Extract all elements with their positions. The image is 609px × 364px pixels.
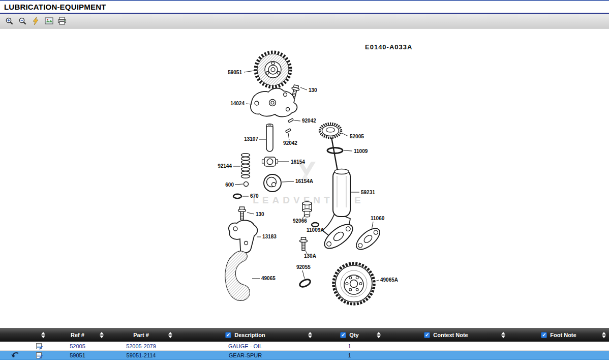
part-oring-11009[interactable] <box>327 148 343 154</box>
leader-line <box>282 181 294 182</box>
description-cell: GAUGE - OIL <box>175 342 315 350</box>
part-number-label[interactable]: 14024 <box>230 101 245 106</box>
header-cell-ref[interactable]: Ref # <box>48 328 107 342</box>
diagram-canvas: LEADVENTURE E0140-A033A <box>0 28 609 328</box>
context-note-checkbox[interactable] <box>424 332 430 338</box>
part-number-label[interactable]: 92042 <box>283 140 297 146</box>
part-number-label[interactable]: 130A <box>304 253 316 259</box>
part-oring-11009A[interactable] <box>312 223 319 227</box>
description-cell: GEAR-SPUR <box>175 351 315 359</box>
print-button[interactable] <box>56 15 68 26</box>
part-seat-16154[interactable] <box>262 157 278 166</box>
edit-part-button[interactable] <box>31 351 48 359</box>
zoom-out-button[interactable] <box>17 15 28 26</box>
part-number-label[interactable]: 13183 <box>262 234 277 239</box>
column-label: Foot Note <box>550 332 576 338</box>
part-number-label[interactable]: 130 <box>309 87 317 93</box>
sort-icon[interactable] <box>501 332 505 338</box>
print-icon <box>57 17 67 25</box>
part-fitting-92066[interactable] <box>302 202 312 217</box>
part-oil-filter-49065A[interactable] <box>333 263 374 304</box>
image-download-button[interactable] <box>43 15 54 26</box>
part-number-label[interactable]: 600 <box>225 182 234 188</box>
part-number-label[interactable]: 59051 <box>228 70 242 75</box>
qty-cell: 1 <box>315 351 384 359</box>
part-number-label[interactable]: 92144 <box>218 163 232 169</box>
part-bracket-13183[interactable] <box>229 220 257 253</box>
part-number-label[interactable]: 52005 <box>350 134 364 139</box>
part-pin-92042-a[interactable] <box>288 118 294 123</box>
sort-icon[interactable] <box>602 332 606 338</box>
toolbar <box>0 14 609 28</box>
header-cell-context-note[interactable]: Context Note <box>384 328 508 342</box>
header-cell-part[interactable]: Part # <box>107 328 175 342</box>
part-number-label[interactable]: 92055 <box>296 264 311 270</box>
part-number-label[interactable]: 11009A <box>307 227 324 233</box>
part-number-label[interactable]: 130 <box>256 211 264 217</box>
part-bracket-14024[interactable] <box>251 88 297 117</box>
part-number-label[interactable]: 59231 <box>361 190 375 195</box>
leader-line <box>344 150 352 151</box>
part-number-label[interactable]: 92042 <box>302 118 316 124</box>
table-row[interactable]: 52005 52005-2079 GAUGE - OIL 1 <box>0 342 609 351</box>
part-rotor-16154A[interactable] <box>264 174 281 192</box>
row-action-cell <box>0 342 31 350</box>
part-number-label[interactable]: 11009 <box>354 148 368 154</box>
header-cell-edit[interactable] <box>31 328 48 342</box>
part-gasket-11060[interactable] <box>353 225 383 253</box>
sort-icon[interactable] <box>377 332 381 338</box>
header-cell-foot-note[interactable]: Foot Note <box>508 328 609 342</box>
sort-icon[interactable] <box>100 332 104 338</box>
qty-checkbox[interactable] <box>340 332 346 338</box>
flash-button[interactable] <box>30 15 41 26</box>
leader-line <box>342 133 348 136</box>
part-gear-59051[interactable] <box>256 52 290 87</box>
sort-icon[interactable] <box>41 332 45 338</box>
part-number-label[interactable]: 16154A <box>295 178 313 184</box>
sort-icon[interactable] <box>308 332 312 338</box>
part-pin-92042-b[interactable] <box>286 129 291 133</box>
column-label: Part # <box>133 332 149 338</box>
ref-cell: 52005 <box>48 342 107 350</box>
column-label: Context Note <box>433 332 468 338</box>
sort-icon[interactable] <box>168 332 172 338</box>
part-oil-pipe-59231[interactable] <box>321 169 356 253</box>
column-label: Ref # <box>71 332 84 338</box>
edit-part-icon <box>36 352 43 359</box>
parts-diagram: LEADVENTURE E0140-A033A <box>0 28 609 328</box>
description-checkbox[interactable] <box>225 332 231 338</box>
table-header: Ref # Part # Description Qty Context Not… <box>0 328 609 342</box>
foot-note-cell <box>508 351 609 359</box>
part-number-label[interactable]: 49065A <box>380 277 398 283</box>
diagram-code: E0140-A033A <box>365 43 412 51</box>
header-cell-qty[interactable]: Qty <box>315 328 384 342</box>
part-number-label[interactable]: 92066 <box>293 218 307 224</box>
column-label: Description <box>234 332 265 338</box>
part-spring-92144[interactable] <box>241 154 250 178</box>
context-note-cell <box>384 351 508 359</box>
undo-selection-button[interactable] <box>0 351 31 359</box>
edit-part-icon <box>36 343 43 350</box>
part-cover-49065[interactable] <box>225 251 250 300</box>
part-number-label[interactable]: 11060 <box>371 216 385 221</box>
foot-note-cell <box>508 342 609 350</box>
part-number-label[interactable]: 13107 <box>244 136 258 142</box>
part-shaft-13107[interactable] <box>266 124 273 151</box>
part-ball-600[interactable] <box>244 182 249 187</box>
edit-part-button[interactable] <box>31 342 48 350</box>
foot-note-checkbox[interactable] <box>541 332 547 338</box>
header-cell-description[interactable]: Description <box>175 328 315 342</box>
part-oring-670[interactable] <box>233 194 241 198</box>
table-row-selected[interactable]: 59051 59051-2114 GEAR-SPUR 1 <box>0 351 609 360</box>
flash-icon <box>32 17 39 25</box>
page-title: LUBRICATION-EQUIPMENT <box>4 3 106 11</box>
part-bolt-130-b[interactable] <box>238 207 246 220</box>
part-number-label[interactable]: 670 <box>250 193 259 199</box>
part-number-label[interactable]: 16154 <box>291 159 305 165</box>
part-oring-92055[interactable] <box>298 278 311 288</box>
leader-line <box>235 184 243 185</box>
part-cell: 59051-2114 <box>107 351 175 359</box>
zoom-in-button[interactable] <box>4 15 15 26</box>
part-bolt-130A[interactable] <box>300 237 308 251</box>
part-number-label[interactable]: 49065 <box>261 276 276 281</box>
